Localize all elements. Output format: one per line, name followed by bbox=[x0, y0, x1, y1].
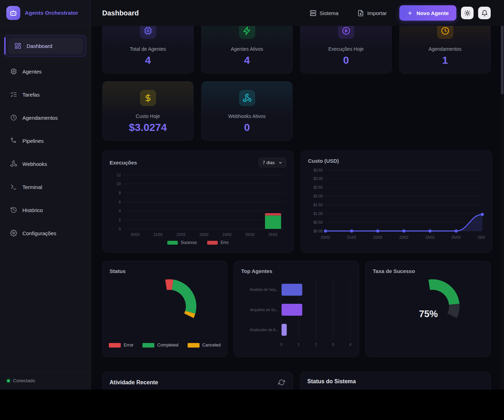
taxa-sucesso-chart-card: Taxa de Sucesso 75% bbox=[365, 261, 491, 357]
chip-icon bbox=[10, 68, 17, 75]
error-swatch bbox=[109, 343, 121, 348]
svg-text:24/02: 24/02 bbox=[426, 235, 435, 239]
svg-text:12: 12 bbox=[117, 173, 121, 177]
sidebar-item-label: Pipelines bbox=[22, 138, 44, 144]
sidebar-item-agentes[interactable]: Agentes bbox=[4, 63, 86, 80]
stat-value: 4 bbox=[244, 54, 250, 66]
section-title: Atividade Recente bbox=[110, 379, 158, 386]
sucesso-swatch bbox=[167, 241, 178, 245]
pipeline-icon bbox=[10, 137, 17, 144]
stat-value: 0 bbox=[244, 121, 250, 133]
sidebar-item-webhooks[interactable]: Webhooks bbox=[4, 155, 86, 172]
svg-text:$1.00: $1.00 bbox=[314, 211, 323, 216]
svg-text:6: 6 bbox=[119, 200, 121, 204]
page-title: Dashboard bbox=[102, 9, 139, 17]
importar-button[interactable]: Importar bbox=[357, 10, 387, 16]
stat-card-agendamentos: Agendamentos 1 bbox=[399, 26, 491, 74]
erro-swatch bbox=[207, 241, 218, 245]
plus-icon bbox=[407, 10, 413, 16]
custo-chart-card: Custo (USD) $0.00$0.50$1.00$1.50$2.00$2.… bbox=[301, 150, 492, 253]
robot-logo-icon bbox=[6, 6, 20, 20]
svg-text:2: 2 bbox=[315, 342, 317, 346]
legend-label: Completed bbox=[157, 343, 178, 348]
legend-label: Canceled bbox=[202, 343, 221, 348]
sidebar-item-label: Terminal bbox=[22, 184, 42, 190]
sidebar-item-label: Tarefas bbox=[22, 92, 40, 98]
sidebar-item-label: Dashboard bbox=[27, 43, 52, 49]
chart-title: Custo (USD) bbox=[308, 158, 339, 164]
svg-text:20/02: 20/02 bbox=[131, 232, 140, 237]
theme-toggle-button[interactable] bbox=[461, 7, 474, 19]
svg-text:$3.00: $3.00 bbox=[314, 176, 323, 181]
stats-row-1: Total de Agentes 4 Agentes Ativos 4 Exec… bbox=[102, 26, 491, 74]
brand: Agents Orchestrator bbox=[0, 0, 91, 26]
svg-text:8: 8 bbox=[119, 191, 121, 195]
sidebar-item-pipelines[interactable]: Pipelines bbox=[4, 132, 86, 149]
history-icon bbox=[10, 206, 17, 214]
page-header: Dashboard Sistema Importar Novo Agente bbox=[91, 0, 504, 26]
top-agentes-bar-chart: 01234Analista de Seg...Arquiteto de So..… bbox=[241, 278, 352, 349]
sidebar-item-tarefas[interactable]: Tarefas bbox=[4, 86, 86, 103]
sidebar-item-historico[interactable]: Histórico bbox=[4, 202, 86, 218]
stat-label: Agentes Ativos bbox=[231, 46, 263, 52]
sistema-label: Sistema bbox=[320, 10, 338, 16]
stat-label: Custo Hoje bbox=[136, 113, 160, 119]
svg-text:Analista de Seg...: Analista de Seg... bbox=[250, 287, 279, 292]
terminal-icon bbox=[10, 183, 17, 190]
sistema-button[interactable]: Sistema bbox=[310, 10, 338, 16]
brand-title: Agents Orchestrator bbox=[25, 10, 78, 16]
status-do-sistema-card: Status do Sistema bbox=[300, 372, 491, 390]
stat-card-custo-hoje: Custo Hoje $3.0274 bbox=[102, 81, 194, 141]
status-legend: Error Completed Canceled bbox=[103, 343, 227, 348]
svg-text:22/02: 22/02 bbox=[176, 232, 186, 237]
svg-text:$3.50: $3.50 bbox=[314, 168, 323, 172]
sidebar-item-dashboard[interactable]: Dashboard bbox=[4, 35, 86, 57]
chart-title: Execuções bbox=[110, 160, 137, 166]
svg-text:23/02: 23/02 bbox=[399, 235, 408, 239]
stat-label: Execuções Hoje bbox=[328, 46, 364, 52]
stat-card-total-agentes: Total de Agentes 4 bbox=[102, 26, 194, 74]
charts-row: Execuções 7 dias 02468101220/0221/0222/0… bbox=[102, 150, 491, 253]
webhook-icon bbox=[10, 160, 17, 167]
sidebar-item-label: Webhooks bbox=[22, 161, 47, 167]
play-circle-icon bbox=[338, 26, 354, 39]
svg-text:2: 2 bbox=[119, 218, 121, 222]
stat-value: 1 bbox=[442, 54, 448, 66]
status-chart-card: Status Error Completed Canceled bbox=[102, 261, 227, 357]
svg-text:$2.00: $2.00 bbox=[314, 194, 323, 198]
execucoes-legend: Sucesso Erro bbox=[110, 240, 286, 245]
execucoes-bar-chart: 02468101220/0221/0222/0223/0224/0225/022… bbox=[110, 171, 286, 237]
svg-text:4: 4 bbox=[349, 342, 351, 346]
tasks-icon bbox=[10, 91, 17, 98]
sidebar-item-terminal[interactable]: Terminal bbox=[4, 178, 86, 195]
dashboard-icon bbox=[14, 42, 21, 49]
svg-text:Analisador de A...: Analisador de A... bbox=[250, 328, 279, 332]
legend-label: Error bbox=[124, 343, 133, 348]
svg-text:22/02: 22/02 bbox=[373, 235, 382, 239]
sidebar-item-configuracoes[interactable]: Configurações bbox=[4, 225, 86, 241]
app-window: Agents Orchestrator Dashboard Agentes Ta… bbox=[0, 0, 504, 390]
svg-text:Arquiteto de So...: Arquiteto de So... bbox=[250, 308, 279, 312]
sidebar: Agents Orchestrator Dashboard Agentes Ta… bbox=[0, 0, 91, 390]
chart-title: Taxa de Sucesso bbox=[373, 268, 483, 274]
clock-icon bbox=[10, 114, 17, 121]
stat-label: Webhooks Ativos bbox=[228, 113, 266, 119]
novo-agente-button[interactable]: Novo Agente bbox=[399, 5, 456, 21]
dollar-icon bbox=[140, 90, 156, 106]
svg-text:$0.50: $0.50 bbox=[314, 220, 323, 224]
chart-title: Status bbox=[110, 268, 220, 274]
svg-text:20/02: 20/02 bbox=[321, 235, 330, 239]
notifications-button[interactable] bbox=[478, 7, 491, 19]
sidebar-nav: Dashboard Agentes Tarefas Agendamentos bbox=[0, 26, 91, 371]
svg-text:$1.50: $1.50 bbox=[314, 203, 323, 207]
gear-icon bbox=[10, 230, 17, 237]
refresh-button[interactable] bbox=[278, 378, 286, 386]
small-charts-row: Status Error Completed Canceled Top Agen… bbox=[102, 261, 491, 357]
stat-card-agentes-ativos: Agentes Ativos 4 bbox=[201, 26, 293, 74]
stat-card-execucoes-hoje: Execuções Hoje 0 bbox=[300, 26, 392, 74]
chevron-down-icon bbox=[278, 161, 282, 165]
range-selector-dropdown[interactable]: 7 dias bbox=[259, 158, 286, 167]
sidebar-item-agendamentos[interactable]: Agendamentos bbox=[4, 109, 86, 126]
svg-text:1: 1 bbox=[298, 342, 300, 346]
canceled-swatch bbox=[188, 343, 200, 348]
